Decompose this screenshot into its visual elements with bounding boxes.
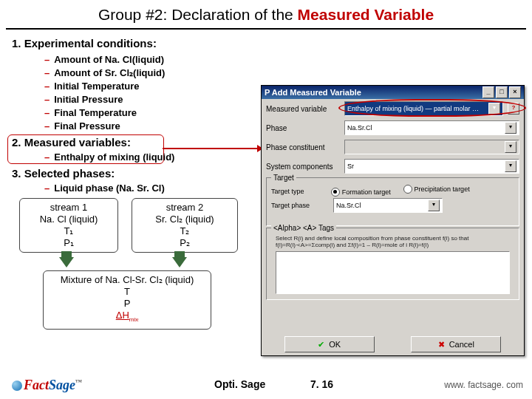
- label-phase-constituent: Phase constituent: [266, 143, 340, 151]
- alpha-list[interactable]: [276, 251, 510, 294]
- section-3-heading: 3. Selected phases:: [12, 167, 115, 180]
- ok-button[interactable]: ✔OK: [284, 336, 375, 352]
- label-system-components: System components: [266, 163, 340, 171]
- label-target-phase: Target phase: [271, 202, 329, 209]
- x-icon: ✖: [438, 340, 445, 349]
- dialog-titlebar[interactable]: P Add Measured Variable _ □ ×: [262, 86, 524, 99]
- maximize-button[interactable]: □: [496, 86, 508, 98]
- arrow-2-head: [172, 257, 187, 267]
- group-alpha-title: <Alpha> <A> Tags: [271, 224, 336, 232]
- globe-icon: [12, 381, 22, 391]
- chevron-down-icon[interactable]: ▾: [505, 141, 516, 153]
- stream-1-box: stream 1 Na. Cl (liquid) T₁ P₁: [19, 198, 118, 253]
- arrow-1-stem: [61, 251, 72, 257]
- factsage-logo: FactSage™: [12, 378, 82, 393]
- chevron-down-icon[interactable]: ▾: [505, 160, 516, 172]
- check-icon: ✔: [318, 340, 324, 349]
- footer-page: 7. 16: [310, 378, 333, 390]
- bullet-list-3: –Liquid phase (Na. Sr. Cl): [44, 182, 165, 195]
- minimize-button[interactable]: _: [482, 86, 494, 98]
- bullet-list-2: –Enthalpy of mixing (liquid): [44, 151, 174, 164]
- arrow-2-stem: [174, 251, 185, 257]
- group-alpha-tags: <Alpha> <A> Tags Select R(i) and define …: [266, 228, 519, 300]
- chevron-down-icon[interactable]: ▾: [428, 200, 440, 211]
- mixture-box: Mixture of Na. Cl-Sr. Cl₂ (liquid) T P Δ…: [43, 270, 211, 330]
- cancel-button[interactable]: ✖Cancel: [411, 336, 501, 352]
- label-target-type: Target type: [271, 188, 329, 195]
- bullet-list-1: –Amount of Na. Cl(liquid) –Amount of Sr.…: [44, 53, 165, 133]
- alpha-note-text: Select R(i) and define local composition…: [271, 233, 514, 250]
- footer-url: www. factsage. com: [444, 380, 523, 390]
- delta-h-mix: ΔHmix: [50, 310, 205, 326]
- dropdown-phase-constituent[interactable]: ▾: [344, 140, 519, 154]
- dialog-add-measured-variable: P Add Measured Variable _ □ × Measured v…: [261, 85, 525, 356]
- label-measured-variable: Measured variable: [266, 105, 340, 113]
- group-target-title: Target: [271, 174, 296, 182]
- stream-2-box: stream 2 Sr. Cl₂ (liquid) T₂ P₂: [132, 198, 238, 253]
- section-1-heading: 1. Experimental conditions:: [12, 37, 157, 50]
- title-underline: [6, 28, 526, 30]
- callout-line: [163, 148, 261, 149]
- callout-oval: [338, 99, 526, 117]
- radio-precipitation-target[interactable]: Precipitation target: [403, 185, 470, 194]
- arrow-1-head: [59, 257, 74, 267]
- close-button[interactable]: ×: [509, 86, 521, 98]
- dialog-title-text: P Add Measured Variable: [265, 88, 361, 97]
- radio-formation-target[interactable]: Formation target: [331, 188, 391, 197]
- footer-app: Opti. Sage: [214, 378, 265, 390]
- group-target: Target Target type Formation target Prec…: [266, 177, 519, 226]
- chevron-down-icon[interactable]: ▾: [505, 122, 516, 134]
- slide-title: Group #2: Declaration of the Measured Va…: [0, 6, 532, 24]
- dropdown-target-phase[interactable]: Na.Sr.Cl▾: [333, 198, 443, 213]
- dropdown-system-components[interactable]: Sr▾: [344, 159, 519, 174]
- slide: Group #2: Declaration of the Measured Va…: [0, 0, 532, 399]
- dropdown-phase[interactable]: Na.Sr.Cl▾: [344, 120, 519, 135]
- label-phase: Phase: [266, 124, 340, 132]
